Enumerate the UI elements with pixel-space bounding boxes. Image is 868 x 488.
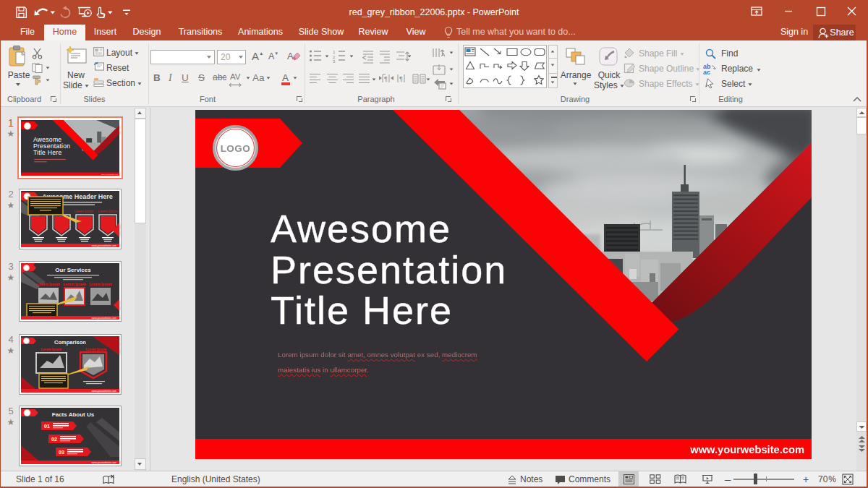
svg-text:03: 03 xyxy=(59,450,64,455)
svg-text:01: 01 xyxy=(44,424,50,429)
svg-text:www.yourwebsite.com: www.yourwebsite.com xyxy=(91,390,116,393)
svg-text:02: 02 xyxy=(51,437,57,442)
svg-text:A: A xyxy=(441,51,446,58)
svg-text:A: A xyxy=(287,51,294,61)
svg-text:Lorem Ipsum: Lorem Ipsum xyxy=(37,282,60,286)
svg-text:Lorem Ipsum: Lorem Ipsum xyxy=(63,282,86,286)
svg-text:Presentation: Presentation xyxy=(33,142,70,150)
svg-text:www.yourwebsite.com: www.yourwebsite.com xyxy=(101,174,119,176)
svg-text:Lorem Ipsum: Lorem Ipsum xyxy=(86,348,106,351)
svg-text:LOGO: LOGO xyxy=(221,143,251,154)
svg-text:¶: ¶ xyxy=(399,75,403,82)
svg-text:3: 3 xyxy=(333,59,336,64)
svg-text:2: 2 xyxy=(333,55,336,59)
svg-text:Title Here: Title Here xyxy=(33,149,62,156)
svg-text:www.yourwebsite.com: www.yourwebsite.com xyxy=(91,317,116,320)
svg-text:ac: ac xyxy=(703,69,710,74)
svg-text:Lorem Ipsum: Lorem Ipsum xyxy=(89,282,112,286)
svg-text:Lorem Ipsum: Lorem Ipsum xyxy=(75,210,94,213)
svg-text:Lorem Ipsum: Lorem Ipsum xyxy=(41,348,61,351)
svg-text:www.yourwebsite.com: www.yourwebsite.com xyxy=(91,244,116,247)
svg-text:¶: ¶ xyxy=(384,75,388,82)
svg-text:Lorem Ipsum: Lorem Ipsum xyxy=(98,210,118,213)
svg-text:www.yourwebsite.com: www.yourwebsite.com xyxy=(689,444,804,455)
svg-text:Comparison: Comparison xyxy=(54,339,86,346)
svg-text:1: 1 xyxy=(333,50,336,54)
svg-text:Awesome: Awesome xyxy=(33,136,61,143)
svg-text:Our Services: Our Services xyxy=(55,267,91,273)
svg-text:www.yourwebsite.com: www.yourwebsite.com xyxy=(91,461,116,464)
svg-text:Facts About Us: Facts About Us xyxy=(52,411,95,418)
